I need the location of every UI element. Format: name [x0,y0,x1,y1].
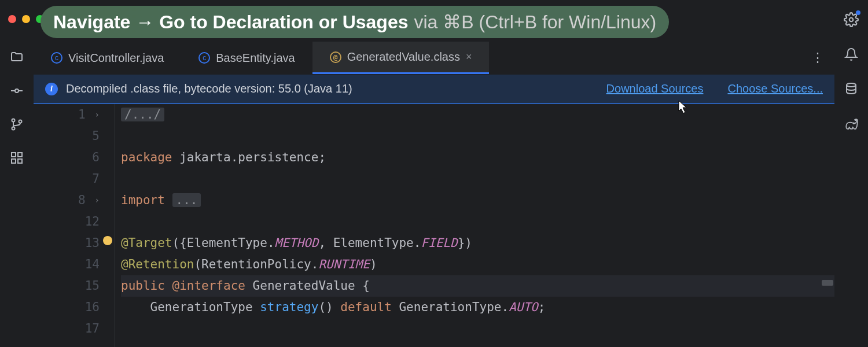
commit-icon[interactable] [9,83,24,98]
scrollbar-thumb[interactable] [822,280,833,286]
decompiled-info-bar: i Decompiled .class file, bytecode versi… [34,74,834,104]
line-number: 14 [85,254,100,275]
line-number: 8 [78,190,86,211]
svg-point-0 [15,89,19,93]
update-badge-icon [856,10,860,15]
line-number: 16 [85,297,100,318]
fold-icon[interactable]: › [95,104,100,125]
editor-area: c VisitController.java c BaseEntity.java… [34,42,834,347]
info-icon: i [45,83,58,95]
tip-banner: Navigate → Go to Declaration or Usages v… [41,6,669,38]
svg-point-4 [12,127,15,130]
line-number: 12 [85,211,100,232]
tab-visitcontroller[interactable]: c VisitController.java [34,42,181,74]
notifications-icon[interactable] [843,46,859,62]
minimize-window-icon[interactable] [22,15,30,23]
intention-bulb-icon[interactable] [103,236,112,245]
choose-sources-link[interactable]: Choose Sources... [727,82,823,95]
tab-overflow-menu[interactable]: ⋮ [808,42,829,74]
git-branch-icon[interactable] [9,117,24,132]
line-number: 17 [85,318,100,339]
tab-label: BaseEntity.java [216,51,295,65]
download-sources-link[interactable]: Download Sources [606,82,704,95]
svg-rect-9 [18,159,22,163]
window-traffic-lights[interactable] [8,15,44,23]
folded-region[interactable]: /.../ [121,108,164,121]
close-window-icon[interactable] [8,15,16,23]
folded-region[interactable]: ... [172,193,201,207]
code-editor[interactable]: 1› 5 6 7 8› 12 13 14 15 16 17 /.../ pack… [34,104,834,347]
line-number: 6 [92,147,100,168]
line-number: 13 [85,232,100,254]
line-number: 7 [92,168,100,190]
svg-point-10 [849,18,854,22]
current-line: public @interface GeneratedValue { [121,275,834,297]
tab-label: VisitController.java [68,51,164,65]
line-number: 15 [85,275,100,297]
svg-rect-8 [12,159,16,163]
gradle-icon[interactable] [843,116,859,132]
info-message: Decompiled .class file, bytecode version… [66,82,352,95]
svg-point-12 [854,123,855,124]
project-icon[interactable] [9,50,24,65]
database-icon[interactable] [843,81,859,97]
java-class-icon: c [198,52,210,64]
fold-icon[interactable]: › [95,190,100,211]
settings-icon[interactable] [843,12,859,28]
structure-icon[interactable] [9,150,24,165]
close-tab-icon[interactable]: × [466,51,472,63]
left-tool-rail [0,42,34,347]
tab-generatedvalue[interactable]: @ GeneratedValue.class × [312,42,490,74]
svg-point-5 [19,120,22,123]
svg-point-3 [12,119,15,122]
tab-bar: c VisitController.java c BaseEntity.java… [34,42,834,74]
tab-baseentity[interactable]: c BaseEntity.java [181,42,312,74]
java-class-icon: c [51,52,62,64]
svg-rect-6 [12,153,16,157]
svg-rect-7 [18,153,22,157]
annotation-icon: @ [330,51,341,63]
right-tool-rail [834,3,868,347]
line-number: 1 [78,104,86,125]
code-content[interactable]: /.../ package jakarta.persistence; impor… [115,104,834,347]
gutter: 1› 5 6 7 8› 12 13 14 15 16 17 [34,104,115,347]
line-number: 5 [92,125,100,147]
svg-point-11 [847,83,856,87]
tip-action: Navigate → Go to Declaration or Usages [53,12,409,33]
tab-label: GeneratedValue.class [347,50,460,64]
tip-shortcut: via ⌘B (Ctrl+B for Win/Linux) [414,11,657,33]
